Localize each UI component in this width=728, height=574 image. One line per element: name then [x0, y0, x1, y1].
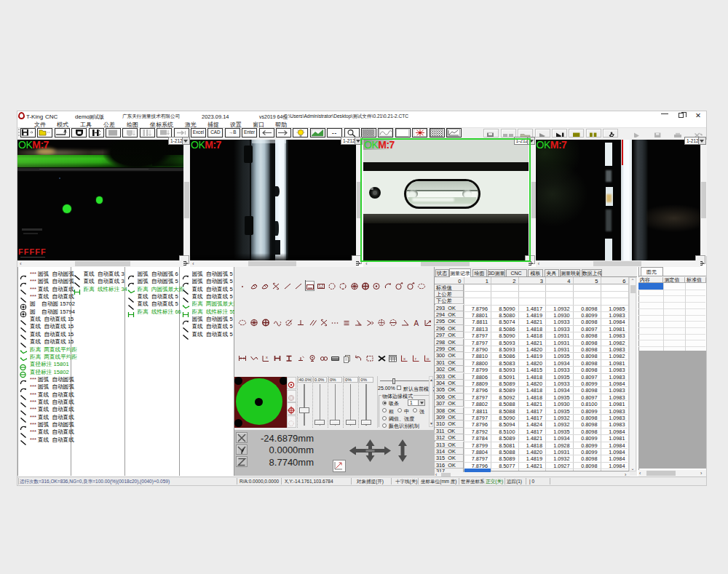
- svg-text:r: r: [415, 356, 416, 361]
- svg-text:x: x: [266, 355, 268, 359]
- svg-text:A: A: [414, 319, 419, 327]
- svg-text:o: o: [427, 356, 430, 361]
- svg-text:x: x: [403, 356, 405, 361]
